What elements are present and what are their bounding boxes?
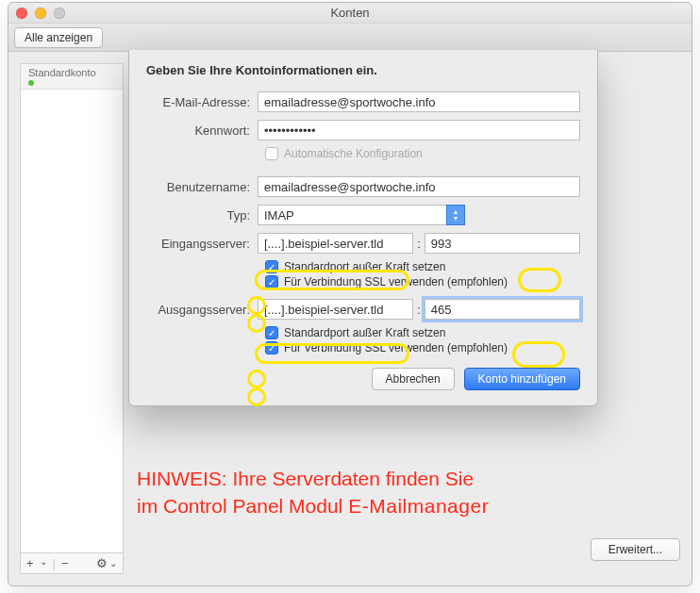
outgoing-server-label: Ausgangsserver: bbox=[146, 303, 258, 317]
password-field[interactable] bbox=[258, 120, 580, 140]
add-account-button[interactable]: + bbox=[26, 556, 34, 570]
incoming-override-port-checkbox[interactable]: ✓ bbox=[265, 260, 278, 273]
add-account-button[interactable]: Konto hinzufügen bbox=[464, 368, 580, 390]
outgoing-ssl-label: Für Verbindung SSL verwenden (empfohlen) bbox=[284, 341, 508, 354]
incoming-server-field[interactable] bbox=[258, 233, 413, 254]
outgoing-server-field[interactable] bbox=[258, 299, 413, 320]
status-dot-icon bbox=[28, 80, 34, 86]
sidebar-footer: + ⌄ | − ⚙ ⌄ bbox=[21, 552, 123, 573]
outgoing-port-field[interactable] bbox=[425, 299, 580, 320]
username-label: Benutzername: bbox=[146, 180, 258, 194]
titlebar: Konten bbox=[8, 3, 692, 24]
incoming-ssl-checkbox[interactable]: ✓ bbox=[265, 275, 278, 288]
email-label: E-Mail-Adresse: bbox=[146, 95, 258, 109]
email-field[interactable] bbox=[258, 91, 580, 112]
auto-config-row: Automatische Konfiguration bbox=[265, 147, 580, 160]
show-all-button[interactable]: Alle anzeigen bbox=[14, 27, 103, 48]
chevron-up-down-icon[interactable]: ▲▼ bbox=[446, 205, 465, 225]
port-separator: : bbox=[417, 237, 421, 251]
incoming-port-field[interactable] bbox=[425, 233, 580, 254]
outgoing-override-port-label: Standardport außer Kraft setzen bbox=[284, 326, 445, 339]
advanced-button[interactable]: Erweitert... bbox=[591, 538, 680, 561]
add-account-dropdown-icon[interactable]: ⌄ bbox=[40, 556, 47, 570]
sheet-heading: Geben Sie Ihre Kontoinformationen ein. bbox=[146, 63, 580, 77]
username-field[interactable] bbox=[258, 176, 580, 197]
auto-config-checkbox bbox=[265, 147, 278, 160]
gear-icon[interactable]: ⚙ bbox=[96, 556, 108, 570]
incoming-ssl-label: Für Verbindung SSL verwenden (empfohlen) bbox=[284, 275, 508, 288]
auto-config-label: Automatische Konfiguration bbox=[284, 147, 423, 160]
remove-account-button[interactable]: − bbox=[61, 556, 69, 570]
incoming-override-port-label: Standardport außer Kraft setzen bbox=[284, 260, 445, 273]
sidebar-item-default-account[interactable]: Standardkonto bbox=[21, 64, 123, 90]
accounts-sidebar: Standardkonto + ⌄ | − ⚙ ⌄ bbox=[20, 63, 124, 574]
port-separator: : bbox=[417, 303, 421, 317]
outgoing-ssl-checkbox[interactable]: ✓ bbox=[265, 341, 278, 354]
cancel-button[interactable]: Abbrechen bbox=[372, 368, 455, 390]
toolbar: Alle anzeigen bbox=[8, 24, 692, 52]
type-select[interactable] bbox=[258, 205, 465, 225]
password-label: Kennwort: bbox=[146, 124, 258, 138]
hint-text: HINWEIS: Ihre Serverdaten finden Sie im … bbox=[135, 466, 680, 519]
type-label: Typ: bbox=[146, 208, 258, 222]
gear-dropdown-icon[interactable]: ⌄ bbox=[109, 558, 117, 568]
incoming-server-label: Eingangsserver: bbox=[146, 237, 258, 251]
sidebar-item-label: Standardkonto bbox=[28, 67, 115, 78]
outgoing-override-port-checkbox[interactable]: ✓ bbox=[265, 326, 278, 339]
account-setup-sheet: Geben Sie Ihre Kontoinformationen ein. E… bbox=[128, 50, 598, 406]
window-title: Konten bbox=[8, 6, 692, 20]
